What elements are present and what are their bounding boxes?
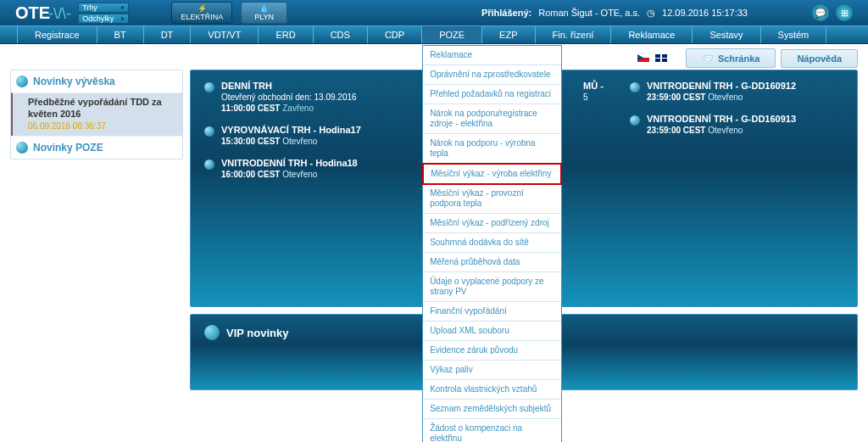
dd-evidence-zaruk[interactable]: Evidence záruk původu <box>423 341 561 361</box>
dd-zadost-kompenz[interactable]: Žádost o kompenzaci na elektřinu <box>423 419 561 442</box>
card-title: DENNÍ TRH <box>221 81 357 91</box>
mailbox-icon: 📨 <box>702 53 714 64</box>
novinky-vyveska-header[interactable]: Novinky vývěska <box>11 70 182 92</box>
clock-icon: ◷ <box>647 8 655 19</box>
dd-opravneni[interactable]: Oprávnění na zprostředkovatele <box>423 65 561 85</box>
menu-cdp[interactable]: CDP <box>368 26 422 43</box>
dashboard-icon[interactable]: ⊞ <box>836 4 853 21</box>
logged-in-label: Přihlášený: <box>481 8 531 18</box>
card-subline: Otevřený obchodní den: 13.09.2016 <box>221 92 357 102</box>
dd-souhrnna[interactable]: Souhrnná dodávka do sítě <box>423 233 561 253</box>
card-partial: MŮ - 5 <box>583 81 613 102</box>
card-title: VYROVNÁVACÍ TRH - Hodina17 <box>221 125 361 135</box>
menu-poze[interactable]: POZE Reklamace Oprávnění na zprostředkov… <box>422 26 482 43</box>
odchylky-button[interactable]: Odchylky <box>78 14 129 24</box>
dd-udaje-pv[interactable]: Údaje o vyplacené podpory ze strany PV <box>423 272 561 302</box>
left-column: Novinky vývěska Předběžné vypořádání TDD… <box>10 70 183 390</box>
news-row-title: Předběžné vypořádání TDD za květen 2016 <box>28 97 174 120</box>
tab-plyn[interactable]: 💧PLYN <box>241 2 287 24</box>
dd-prehled[interactable]: Přehled požadavků na registraci <box>423 85 561 104</box>
main-menu: Registrace BT DT VDT/VT ERD CDS CDP POZE… <box>0 25 868 44</box>
dd-mesicni-podriz[interactable]: Měsíční výkaz - podřízený zdroj <box>423 214 561 233</box>
chat-icon[interactable]: 💬 <box>812 4 829 21</box>
menu-erd[interactable]: ERD <box>259 26 313 43</box>
dd-upload-xml[interactable]: Upload XML souboru <box>423 322 561 341</box>
menu-bt[interactable]: BT <box>97 26 144 43</box>
dd-narok-teplo[interactable]: Nárok na podporu - výrobna tepla <box>423 134 561 164</box>
user-name: Roman Šigut - OTE, a.s. <box>538 8 640 18</box>
logo: OTE-\/\- <box>15 3 71 23</box>
card-gdd160912[interactable]: VNITRODENNÍ TRH - G-DD160912 23:59:00 CE… <box>630 81 843 102</box>
dd-mesicni-vyroba-el[interactable]: Měsíční výkaz - výroba elektřiny <box>422 163 562 185</box>
flag-cz-icon[interactable] <box>637 54 649 62</box>
menu-reklamace[interactable]: Reklamace <box>611 26 693 43</box>
novinky-poze-header[interactable]: Novinky POZE <box>11 136 182 159</box>
status-dot-icon <box>630 82 640 92</box>
menu-dt[interactable]: DT <box>144 26 192 43</box>
flag-en-icon[interactable] <box>655 54 667 62</box>
news-row-selected[interactable]: Předběžné vypořádání TDD za květen 2016 … <box>11 92 182 136</box>
menu-system[interactable]: Systém <box>761 26 827 43</box>
top-small-btns: Trhy Odchylky <box>78 3 129 24</box>
dd-merena[interactable]: Měřená průběhová data <box>423 253 561 272</box>
status-dot-icon <box>204 82 214 92</box>
left-box: Novinky vývěska Předběžné vypořádání TDD… <box>10 70 183 159</box>
dd-seznam-zemed[interactable]: Seznam zemědělských subjektů <box>423 400 561 419</box>
bubble-icon <box>204 325 220 340</box>
tab-elektrina[interactable]: ⚡ELEKTŘINA <box>171 2 232 24</box>
menu-ezp[interactable]: EZP <box>482 26 535 43</box>
datetime: 12.09.2016 15:17:33 <box>662 8 748 18</box>
menu-fin[interactable]: Fin. řízení <box>536 26 612 43</box>
card-title: VNITRODENNÍ TRH - G-DD160913 <box>647 114 796 124</box>
logo-text: OTE <box>15 3 50 22</box>
menu-registrace[interactable]: Registrace <box>17 26 97 43</box>
card-denni-trh[interactable]: DENNÍ TRH Otevřený obchodní den: 13.09.2… <box>204 81 418 113</box>
dd-kontrola-vlast[interactable]: Kontrola vlastnických vztahů <box>423 380 561 400</box>
dd-mesicni-teplo[interactable]: Měsíční výkaz - provozní podpora tepla <box>423 184 561 214</box>
dd-vykaz-paliv[interactable]: Výkaz paliv <box>423 361 561 380</box>
news-row-timestamp: 06.09.2016 08:36:37 <box>28 121 106 131</box>
poze-dropdown: Reklamace Oprávnění na zprostředkovatele… <box>422 45 562 442</box>
schranka-button[interactable]: 📨Schránka <box>686 48 776 68</box>
panel-col-1: DENNÍ TRH Otevřený obchodní den: 13.09.2… <box>204 81 418 179</box>
status-dot-icon <box>630 115 640 126</box>
menu-sestavy[interactable]: Sestavy <box>693 26 760 43</box>
panel-col-3: VNITRODENNÍ TRH - G-DD160912 23:59:00 CE… <box>630 81 843 179</box>
dd-narok-el[interactable]: Nárok na podporu/registrace zdroje - ele… <box>423 104 561 134</box>
napoveda-button[interactable]: Nápověda <box>781 49 858 68</box>
card-vnitrodenni-18[interactable]: VNITRODENNÍ TRH - Hodina18 16:00:00 CEST… <box>204 158 418 179</box>
card-vyrovnavaci-17[interactable]: VYROVNÁVACÍ TRH - Hodina17 15:30:00 CEST… <box>204 125 418 146</box>
card-gdd160913[interactable]: VNITRODENNÍ TRH - G-DD160913 23:59:00 CE… <box>630 114 843 135</box>
card-partial-title: MŮ - <box>583 81 604 91</box>
bubble-icon <box>16 142 28 154</box>
menu-vdtvt[interactable]: VDT/VT <box>191 26 259 43</box>
login-area: Přihlášený: Roman Šigut - OTE, a.s. ◷ 12… <box>481 4 853 21</box>
card-title: VNITRODENNÍ TRH - G-DD160912 <box>647 81 796 91</box>
status-dot-icon <box>204 159 214 170</box>
bubble-icon <box>16 76 28 87</box>
menu-cds[interactable]: CDS <box>314 26 368 43</box>
logo-suffix: -\/\- <box>48 5 71 22</box>
topbar: OTE-\/\- Trhy Odchylky ⚡ELEKTŘINA 💧PLYN … <box>0 0 868 25</box>
card-partial-sub: 5 <box>583 92 604 102</box>
dd-financni[interactable]: Finanční vypořádání <box>423 302 561 322</box>
commodity-tabs: ⚡ELEKTŘINA 💧PLYN <box>171 2 287 24</box>
card-title: VNITRODENNÍ TRH - Hodina18 <box>221 158 358 168</box>
panel-col-2-edge: MŮ - 5 <box>583 81 613 179</box>
dd-reklamace[interactable]: Reklamace <box>423 46 561 65</box>
status-dot-icon <box>204 126 214 137</box>
trhy-button[interactable]: Trhy <box>78 3 129 13</box>
